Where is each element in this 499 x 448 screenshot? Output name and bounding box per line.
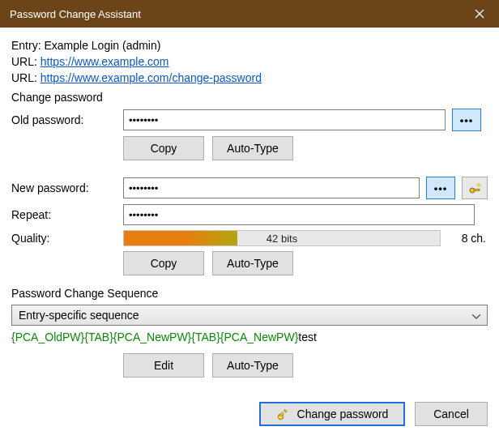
url-prefix: URL: [11, 55, 41, 68]
dialog-footer: Change password Cancel [11, 402, 488, 426]
old-password-input[interactable] [123, 109, 446, 130]
change-password-button-label: Change password [297, 407, 389, 420]
close-button[interactable] [460, 0, 499, 28]
dots-icon: ••• [434, 182, 448, 194]
sequence-literal: test [298, 331, 317, 343]
toggle-new-password-visibility-button[interactable]: ••• [426, 177, 455, 199]
copy-new-password-button[interactable]: Copy [123, 251, 204, 275]
close-icon [475, 9, 484, 19]
toggle-old-password-visibility-button[interactable]: ••• [452, 109, 481, 131]
new-password-input[interactable] [123, 177, 420, 198]
repeat-password-input[interactable] [123, 204, 475, 225]
quality-bar-text: 42 bits [124, 231, 440, 245]
repeat-label: Repeat: [11, 208, 117, 221]
sequence-text: {PCA_OldPW}{TAB}{PCA_NewPW}{TAB}{PCA_New… [11, 331, 488, 343]
url2-link[interactable]: https://www.example.com/change-password [41, 71, 262, 84]
new-password-row: New password: ••• [11, 177, 488, 199]
url2-line: URL: https://www.example.com/change-pass… [11, 71, 488, 84]
old-password-label: Old password: [11, 113, 117, 126]
new-password-label: New password: [11, 181, 117, 194]
entry-value: Example Login (admin) [44, 39, 160, 52]
new-password-actions: Copy Auto-Type [123, 251, 488, 275]
window-title: Password Change Assistant [10, 8, 460, 20]
entry-info: Entry: Example Login (admin) [11, 39, 488, 52]
autotype-new-password-button[interactable]: Auto-Type [212, 251, 293, 275]
autotype-old-password-button[interactable]: Auto-Type [212, 136, 293, 160]
svg-rect-3 [474, 190, 480, 191]
copy-old-password-button[interactable]: Copy [123, 136, 204, 160]
chevron-down-icon [472, 309, 480, 322]
key-icon [276, 407, 291, 421]
sequence-actions: Edit Auto-Type [123, 353, 488, 378]
old-password-row: Old password: ••• [11, 109, 488, 131]
url1-line: URL: https://www.example.com [11, 55, 488, 68]
quality-label: Quality: [11, 232, 117, 245]
change-password-label: Change password [11, 91, 488, 104]
quality-bar: 42 bits [123, 230, 441, 246]
edit-sequence-button[interactable]: Edit [123, 353, 204, 378]
url-prefix: URL: [11, 71, 41, 84]
char-count: 8 ch. [447, 232, 488, 245]
titlebar: Password Change Assistant [0, 0, 499, 28]
entry-prefix: Entry: [11, 39, 44, 52]
sequence-placeholders: {PCA_OldPW}{TAB}{PCA_NewPW}{TAB}{PCA_New… [11, 331, 298, 343]
sequence-dropdown-selected: Entry-specific sequence [19, 309, 139, 322]
url1-link[interactable]: https://www.example.com [41, 55, 169, 68]
sequence-dropdown[interactable]: Entry-specific sequence [11, 305, 488, 326]
generate-password-button[interactable] [462, 177, 488, 199]
dots-icon: ••• [460, 114, 474, 126]
key-sparkle-icon [467, 181, 482, 195]
old-password-actions: Copy Auto-Type [123, 136, 488, 160]
svg-rect-7 [284, 410, 287, 413]
client-area: Entry: Example Login (admin) URL: https:… [0, 28, 499, 437]
sequence-section-label: Password Change Sequence [11, 287, 488, 300]
repeat-row: Repeat: [11, 204, 488, 225]
autotype-sequence-button[interactable]: Auto-Type [212, 353, 293, 378]
cancel-button[interactable]: Cancel [415, 402, 488, 426]
change-password-button[interactable]: Change password [259, 402, 405, 426]
quality-row: Quality: 42 bits 8 ch. [11, 230, 488, 246]
